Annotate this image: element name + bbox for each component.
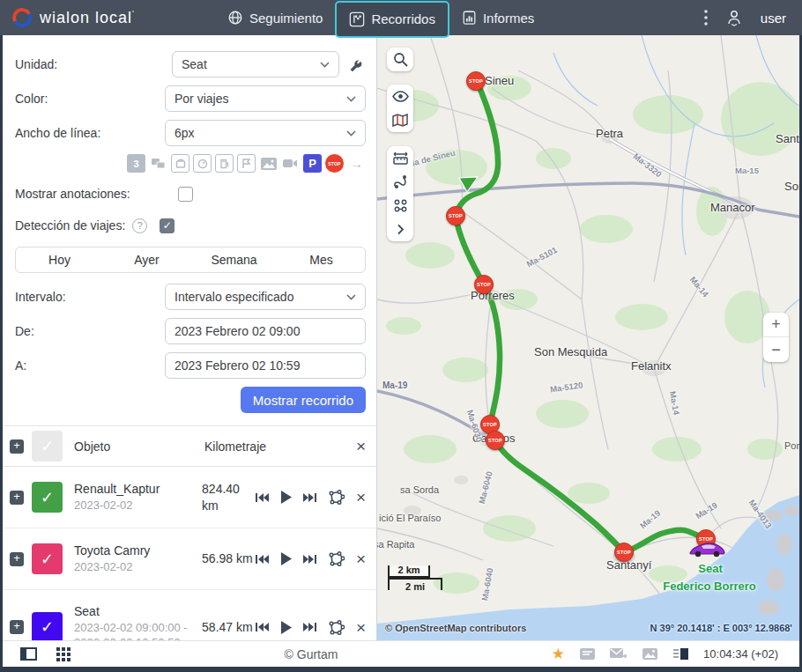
trip-detection-checkbox[interactable]: ✓: [160, 218, 175, 233]
wialon-logo-icon: [10, 5, 34, 30]
app-window: wialon localʼ Seguimiento Recorridos Inf…: [0, 0, 802, 672]
play-button[interactable]: [280, 621, 292, 634]
range-semana-button[interactable]: Semana: [190, 247, 278, 272]
flag-marker-toggle[interactable]: [237, 154, 256, 173]
expand-row-button[interactable]: +: [10, 620, 24, 634]
user-name-label[interactable]: user: [761, 11, 786, 26]
check-icon: ✓: [41, 437, 54, 456]
geofence-button[interactable]: [328, 490, 345, 505]
user-account-icon[interactable]: [725, 9, 743, 26]
footer-left-icons: [20, 647, 71, 661]
skip-end-button[interactable]: [303, 622, 316, 632]
skip-end-button[interactable]: [303, 492, 316, 503]
skip-start-button[interactable]: [256, 492, 269, 503]
zoom-out-icon: −: [771, 341, 781, 359]
track-date: 2023-02-02 09:00:00 - 2023-02-02 10:59:5…: [74, 621, 202, 640]
expand-row-button[interactable]: +: [10, 552, 24, 566]
map-search-button[interactable]: [387, 48, 413, 71]
show-track-button[interactable]: Mostrar recorrido: [241, 387, 366, 413]
remove-track-button[interactable]: ×: [356, 489, 366, 506]
line-width-label: Ancho de línea:: [15, 126, 100, 140]
stop-marker[interactable]: STOP: [466, 71, 486, 91]
annotations-checkbox[interactable]: [178, 187, 193, 202]
route-icon: [393, 174, 408, 189]
speed-marker-toggle[interactable]: [193, 154, 212, 173]
kebab-menu-icon[interactable]: [704, 10, 708, 26]
chevron-down-icon: [346, 130, 356, 137]
from-datetime-input[interactable]: 2023 Febrero 02 09:00: [165, 318, 366, 344]
clear-all-button[interactable]: ×: [356, 438, 366, 454]
measure-distance-button[interactable]: [387, 146, 413, 170]
zoom-in-button[interactable]: +: [763, 313, 789, 337]
interval-select[interactable]: Intervalo especificado: [165, 284, 366, 310]
tab-recorridos[interactable]: Recorridos: [335, 1, 449, 38]
group-markers-toggle[interactable]: [149, 154, 167, 173]
add-all-button[interactable]: +: [10, 439, 24, 454]
line-width-select[interactable]: 6px: [165, 120, 366, 146]
unit-settings-button[interactable]: [345, 57, 366, 72]
geofence-button[interactable]: [328, 551, 345, 566]
clusterize-button[interactable]: [387, 194, 413, 218]
apps-grid-icon[interactable]: [56, 647, 71, 661]
map-visibility-button[interactable]: [387, 85, 413, 108]
scale-mi: 2 mi: [388, 578, 442, 590]
from-label: De:: [15, 324, 34, 338]
play-button[interactable]: [280, 491, 292, 504]
notices-icon[interactable]: [580, 648, 595, 660]
messages-icon[interactable]: [610, 648, 627, 660]
stop-marker[interactable]: STOP: [486, 431, 505, 450]
help-icon[interactable]: ?: [132, 218, 147, 233]
skip-start-button[interactable]: [256, 622, 269, 632]
play-button[interactable]: [280, 552, 292, 565]
expand-tools-button[interactable]: [387, 218, 413, 241]
media-icon[interactable]: [642, 648, 657, 660]
marker-options-toolbar: 3 P STOP →: [15, 154, 366, 173]
track-player-button[interactable]: [387, 170, 413, 194]
wialon-logo: wialon localʼ: [12, 8, 180, 27]
trailer-marker-toggle[interactable]: [171, 154, 189, 173]
parking-marker-toggle[interactable]: P: [303, 154, 322, 173]
unit-select[interactable]: Seat: [172, 51, 339, 78]
bottom-bar: © Gurtam ★ 10:04:34 (+02): [3, 640, 799, 667]
tab-informes[interactable]: Informes: [449, 0, 546, 35]
unit-name: Seat: [74, 604, 202, 618]
tab-informes-label: Informes: [483, 11, 534, 26]
log-panel-icon[interactable]: [672, 648, 688, 660]
video-marker-toggle[interactable]: [281, 154, 300, 173]
stop-marker[interactable]: STOP: [474, 275, 494, 294]
remove-track-button[interactable]: ×: [356, 619, 366, 636]
map-view[interactable]: Sineu a vella de Sineu Petra Sant Ll Ma-…: [377, 35, 799, 640]
map-source-button[interactable]: [387, 108, 413, 132]
select-all-checkbox[interactable]: ✓: [32, 431, 63, 462]
stop-marker[interactable]: STOP: [614, 543, 634, 562]
zoom-out-button[interactable]: −: [763, 337, 789, 362]
markers-count-toggle[interactable]: 3: [127, 154, 145, 173]
remove-track-button[interactable]: ×: [356, 550, 366, 567]
unit-car-marker[interactable]: [687, 541, 726, 558]
eye-icon: [392, 91, 409, 102]
skip-end-button[interactable]: [303, 554, 316, 565]
row-checkbox[interactable]: ✓: [32, 612, 63, 641]
to-label: A:: [15, 358, 26, 373]
expand-row-button[interactable]: +: [10, 491, 24, 505]
geofence-button[interactable]: [328, 620, 345, 635]
row-checkbox[interactable]: ✓: [32, 482, 63, 513]
stop-marker-toggle[interactable]: STOP: [325, 154, 344, 173]
to-datetime-input[interactable]: 2023 Febrero 02 10:59: [165, 352, 366, 379]
fuel-marker-toggle[interactable]: [215, 154, 234, 173]
color-select[interactable]: Por viajes: [165, 85, 366, 112]
photo-marker-toggle[interactable]: [259, 154, 278, 173]
map-tools-group: [387, 146, 413, 241]
range-mes-button[interactable]: Mes: [278, 247, 365, 272]
events-marker-toggle[interactable]: →: [347, 154, 366, 173]
favorites-icon[interactable]: ★: [552, 646, 565, 661]
row-checkbox[interactable]: ✓: [32, 543, 63, 574]
range-ayer-button[interactable]: Ayer: [103, 247, 190, 272]
range-hoy-button[interactable]: Hoy: [16, 247, 103, 272]
stop-marker[interactable]: STOP: [446, 206, 465, 225]
tab-seguimiento[interactable]: Seguimiento: [215, 0, 335, 35]
skip-start-button[interactable]: [256, 554, 269, 565]
collapse-panel-icon[interactable]: [20, 647, 37, 661]
map-layer-group: [387, 85, 413, 132]
tab-recorridos-label: Recorridos: [371, 11, 435, 26]
